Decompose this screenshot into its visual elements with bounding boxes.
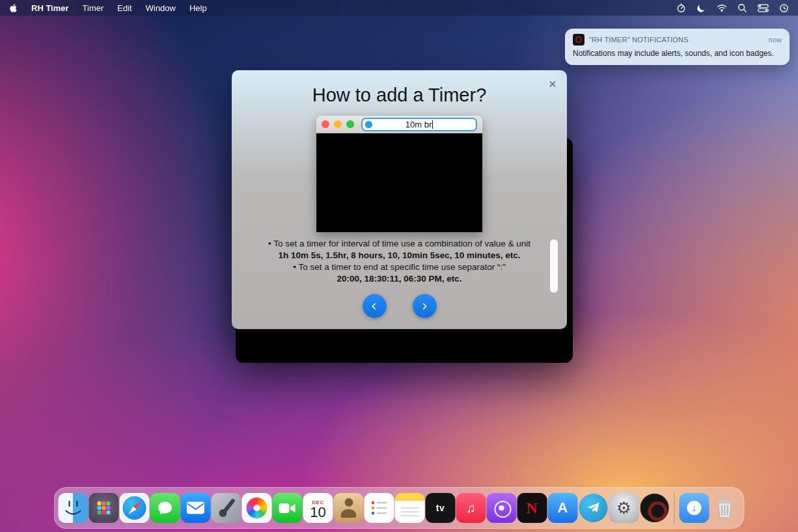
status-clock[interactable]: [779, 3, 789, 13]
dock-icon-facetime[interactable]: [273, 493, 303, 523]
notification-body: Notifications may include alerts, sounds…: [573, 48, 782, 59]
dock-icon-launchpad[interactable]: [89, 493, 119, 523]
next-page-button[interactable]: [413, 294, 437, 318]
dock-icon-messages[interactable]: [150, 493, 180, 523]
chat-bubble-icon: [157, 499, 174, 516]
traffic-close-icon: [322, 120, 329, 128]
dock-icon-apple-tv[interactable]: tv: [426, 493, 456, 523]
video-camera-icon: [279, 503, 296, 514]
notification-banner[interactable]: "RH TIMER" NOTIFICATIONS now Notificatio…: [565, 29, 790, 65]
music-note-icon: ♫: [466, 501, 476, 516]
status-wifi[interactable]: [717, 3, 727, 13]
dock-icon-notes[interactable]: [395, 493, 425, 523]
dock-icon-downloads[interactable]: ↓: [680, 493, 709, 523]
traffic-minimize-icon: [334, 120, 342, 128]
dock-icon-reminders[interactable]: [365, 493, 394, 523]
notification-header: "RH TIMER" NOTIFICATIONS now: [573, 34, 782, 46]
dialog-title: How to add a Timer?: [232, 85, 567, 106]
download-arrow-icon: ↓: [687, 501, 702, 515]
menu-timer[interactable]: Timer: [83, 3, 104, 13]
notification-timestamp: now: [769, 36, 782, 44]
dock-icon-mail[interactable]: [181, 493, 211, 523]
control-center-icon: [758, 4, 769, 12]
apple-menu[interactable]: [9, 3, 18, 13]
status-timer-gauge[interactable]: [676, 3, 686, 13]
demo-titlebar: 10m br: [316, 116, 482, 133]
dock-icon-photos[interactable]: [242, 493, 272, 523]
dock-icon-calendar[interactable]: DEC 10: [303, 493, 333, 523]
previous-page-button[interactable]: [363, 294, 387, 318]
netflix-n-glyph: N: [527, 499, 538, 517]
chevron-left-icon: [369, 301, 379, 312]
dock-icon-rh-timer[interactable]: [640, 493, 670, 523]
timer-entry-value: 10m br: [406, 120, 432, 129]
dock-icon-safari[interactable]: [120, 493, 150, 523]
dock-icon-system-preferences[interactable]: ⚙: [609, 493, 639, 523]
timer-entry-input[interactable]: 10m br: [361, 118, 477, 131]
dock-icon-telegram[interactable]: [579, 493, 609, 523]
menu-bar: RH Timer Timer Edit Window Help: [0, 0, 798, 16]
trash-can-icon: [717, 497, 734, 519]
dock-icon-garageband[interactable]: [212, 493, 241, 523]
scrollbar-thumb[interactable]: [550, 239, 558, 293]
dock-icon-app-store[interactable]: A: [548, 493, 578, 523]
clock-icon: [779, 3, 789, 13]
menu-bar-status-area: [676, 3, 789, 13]
dock-icon-netflix[interactable]: N: [517, 493, 547, 523]
menu-edit[interactable]: Edit: [117, 3, 131, 13]
tv-glyph: tv: [436, 503, 445, 513]
notification-title: "RH TIMER" NOTIFICATIONS: [589, 36, 764, 44]
paper-plane-icon: [586, 501, 601, 515]
wifi-icon: [717, 3, 727, 13]
dock-icon-trash[interactable]: [710, 493, 740, 523]
app-store-a-glyph: A: [558, 499, 568, 516]
dock-divider: [674, 492, 675, 524]
search-icon: [737, 3, 747, 13]
chevron-right-icon: [419, 301, 430, 312]
apple-logo-icon: [9, 3, 18, 13]
text-caret: [432, 120, 433, 129]
instruction-line-4: 20:00, 18:30:11, 06:30 PM, etc.: [237, 273, 562, 285]
finder-face-icon: [60, 494, 87, 522]
gear-icon: ⚙: [616, 499, 631, 516]
timer-dot-icon: [365, 121, 372, 128]
checklist-icon: [370, 499, 389, 517]
menu-help[interactable]: Help: [189, 3, 207, 13]
traffic-zoom-icon: [346, 120, 354, 128]
dock: DEC 10 tv ♫ N A ⚙ ↓: [54, 487, 745, 529]
instruction-line-1: • To set a timer for interval of time us…: [237, 238, 562, 250]
envelope-icon: [187, 501, 205, 514]
help-dialog: × How to add a Timer? 10m br • To set a …: [232, 70, 567, 329]
moon-icon: [696, 3, 706, 13]
calendar-day-label: 10: [310, 505, 325, 520]
demo-mini-window: 10m br: [316, 116, 482, 232]
menu-app-name[interactable]: RH Timer: [31, 3, 69, 13]
instruction-line-2: 1h 10m 5s, 1.5hr, 8 hours, 10, 10min 5se…: [237, 250, 562, 261]
instructions-text: • To set a timer for interval of time us…: [237, 238, 562, 285]
status-spotlight[interactable]: [737, 3, 747, 13]
status-do-not-disturb[interactable]: [696, 3, 706, 13]
menu-bar-left: RH Timer Timer Edit Window Help: [9, 3, 207, 13]
dock-icon-music[interactable]: ♫: [456, 493, 486, 523]
dock-icon-contacts[interactable]: [334, 493, 364, 523]
timer-gauge-icon: [676, 3, 686, 13]
demo-window-content: [316, 133, 482, 232]
dock-icon-podcasts[interactable]: [487, 493, 517, 523]
dock-icon-finder[interactable]: [59, 493, 89, 523]
status-control-center[interactable]: [758, 4, 769, 12]
dialog-navigation: [232, 294, 567, 318]
rh-timer-app-icon: [573, 34, 585, 46]
instruction-line-3: • To set a timer to end at specific time…: [237, 261, 562, 273]
menu-window[interactable]: Window: [146, 3, 176, 13]
